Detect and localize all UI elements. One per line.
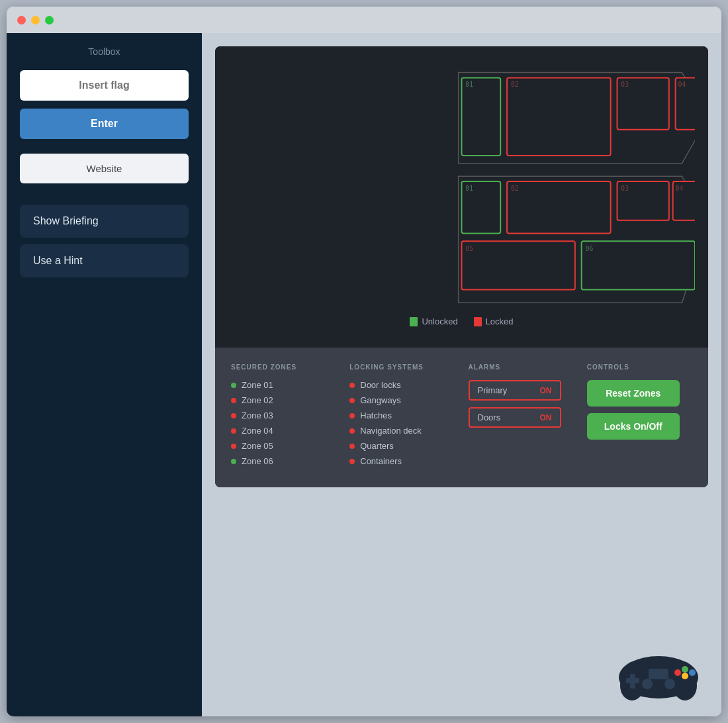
system-status-dot xyxy=(349,444,355,449)
svg-text:04: 04 xyxy=(676,185,684,192)
svg-text:06: 06 xyxy=(586,245,594,252)
svg-text:03: 03 xyxy=(621,81,629,88)
use-hint-button[interactable]: Use a Hint xyxy=(20,244,189,277)
alarm-label: Doors xyxy=(478,412,501,422)
unlocked-color xyxy=(410,317,418,326)
system-label: Containers xyxy=(360,456,402,466)
svg-text:02: 02 xyxy=(511,185,519,192)
main-content: 01 02 03 04 xyxy=(202,33,721,716)
unlocked-label: Unlocked xyxy=(422,316,457,326)
control-list: Reset ZonesLocks On/Off xyxy=(587,380,692,440)
alarm-badge: DoorsON xyxy=(469,407,561,428)
maximize-dot[interactable] xyxy=(45,16,54,24)
enter-button[interactable]: Enter xyxy=(20,109,189,139)
svg-rect-18 xyxy=(462,241,575,289)
zone-status-dot xyxy=(231,459,236,464)
svg-text:03: 03 xyxy=(621,185,629,192)
browser-titlebar xyxy=(7,7,721,33)
reset-zones-button[interactable]: Reset Zones xyxy=(587,380,680,407)
system-label: Quarters xyxy=(360,441,394,451)
zone-status-dot xyxy=(231,383,236,388)
system-list-item: Navigation deck xyxy=(349,426,455,436)
zone-status-dot xyxy=(231,444,236,449)
unlocked-legend: Unlocked xyxy=(410,316,457,326)
close-dot[interactable] xyxy=(17,16,26,24)
zone-list: Zone 01Zone 02Zone 03Zone 04Zone 05Zone … xyxy=(231,380,336,466)
gamepad-icon xyxy=(615,641,702,700)
toolbox-title: Toolbox xyxy=(20,46,189,57)
system-list-item: Quarters xyxy=(349,441,455,451)
locking-systems-title: LOCKING SYSTEMS xyxy=(349,363,455,371)
minimize-dot[interactable] xyxy=(31,16,40,24)
svg-point-31 xyxy=(689,669,696,676)
system-status-dot xyxy=(349,459,355,464)
ship-diagram: 01 02 03 04 xyxy=(215,46,708,348)
zone-label: Zone 02 xyxy=(242,395,273,405)
svg-rect-33 xyxy=(649,669,668,679)
zone-label: Zone 03 xyxy=(242,410,273,420)
zone-list-item: Zone 01 xyxy=(231,380,336,390)
system-list-item: Hatches xyxy=(349,410,455,420)
locked-legend: Locked xyxy=(474,316,514,326)
svg-point-29 xyxy=(674,669,681,676)
info-panel: SECURED ZONES Zone 01Zone 02Zone 03Zone … xyxy=(215,348,708,487)
svg-point-30 xyxy=(682,666,688,673)
alarm-state: ON xyxy=(540,413,552,422)
zone-label: Zone 06 xyxy=(242,456,273,466)
svg-text:01: 01 xyxy=(465,81,473,88)
alarm-list: PrimaryONDoorsON xyxy=(469,380,574,428)
alarm-badge: PrimaryON xyxy=(469,380,561,401)
zone-list-item: Zone 06 xyxy=(231,456,336,466)
secured-zones-section: SECURED ZONES Zone 01Zone 02Zone 03Zone … xyxy=(231,363,336,471)
zone-list-item: Zone 05 xyxy=(231,441,336,451)
svg-text:01: 01 xyxy=(465,185,473,192)
zone-label: Zone 05 xyxy=(242,441,273,451)
system-list-item: Door locks xyxy=(349,380,455,390)
zone-status-dot xyxy=(231,413,236,418)
alarms-section: ALARMS PrimaryONDoorsON xyxy=(469,363,574,471)
system-status-dot xyxy=(349,428,355,434)
svg-rect-20 xyxy=(582,241,695,289)
zone-label: Zone 04 xyxy=(242,426,273,436)
system-list: Door locksGangwaysHatchesNavigation deck… xyxy=(349,380,455,466)
system-status-dot xyxy=(349,383,355,388)
locked-color xyxy=(474,317,482,326)
svg-rect-3 xyxy=(507,77,611,155)
show-briefing-button[interactable]: Show Briefing xyxy=(20,205,189,238)
ship-svg: 01 02 03 04 xyxy=(228,60,695,306)
zone-list-item: Zone 04 xyxy=(231,426,336,436)
controls-section: CONTROLS Reset ZonesLocks On/Off xyxy=(587,363,692,471)
legend: Unlocked Locked xyxy=(228,309,695,334)
insert-flag-input[interactable] xyxy=(20,70,189,101)
system-list-item: Containers xyxy=(349,456,455,466)
locking-systems-section: LOCKING SYSTEMS Door locksGangwaysHatche… xyxy=(349,363,455,471)
svg-rect-26 xyxy=(626,678,639,683)
svg-text:04: 04 xyxy=(678,81,686,88)
svg-point-27 xyxy=(642,679,653,689)
system-label: Hatches xyxy=(360,410,392,420)
system-list-item: Gangways xyxy=(349,395,455,405)
system-status-dot xyxy=(349,398,355,403)
website-button[interactable]: Website xyxy=(20,154,189,183)
ship-panel: 01 02 03 04 xyxy=(215,46,708,487)
secured-zones-title: SECURED ZONES xyxy=(231,363,336,371)
zone-status-dot xyxy=(231,428,236,434)
svg-rect-12 xyxy=(507,181,611,233)
alarms-title: ALARMS xyxy=(469,363,574,371)
alarm-label: Primary xyxy=(478,385,508,395)
controls-title: CONTROLS xyxy=(587,363,692,371)
system-label: Navigation deck xyxy=(360,426,422,436)
svg-text:05: 05 xyxy=(465,245,473,252)
svg-text:02: 02 xyxy=(511,81,519,88)
svg-point-28 xyxy=(664,679,675,689)
svg-rect-1 xyxy=(462,77,501,155)
zone-list-item: Zone 02 xyxy=(231,395,336,405)
system-status-dot xyxy=(349,413,355,418)
alarm-state: ON xyxy=(540,386,552,395)
locks-on/off-button[interactable]: Locks On/Off xyxy=(587,413,680,440)
system-label: Gangways xyxy=(360,395,400,405)
svg-point-32 xyxy=(682,673,688,679)
zone-list-item: Zone 03 xyxy=(231,410,336,420)
sidebar: Toolbox Enter Website Show Briefing Use … xyxy=(7,33,202,716)
locked-label: Locked xyxy=(486,316,514,326)
